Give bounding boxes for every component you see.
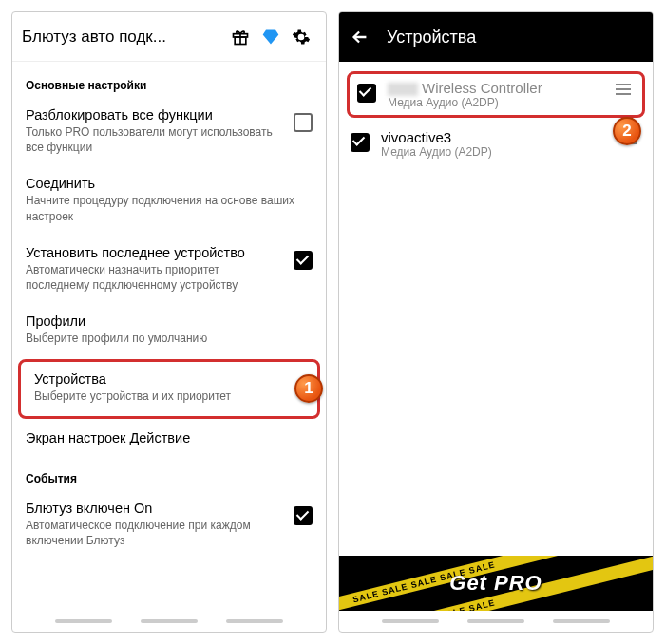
setting-screen-action[interactable]: Экран настроек Действие bbox=[12, 421, 326, 459]
right-phone: Устройства Wireless Controller Медиа Ауд… bbox=[338, 11, 654, 633]
nav-bar bbox=[12, 611, 326, 632]
section-main: Основные настройки bbox=[12, 66, 326, 98]
nav-bar bbox=[339, 611, 653, 632]
page-title: Устройства bbox=[387, 28, 476, 47]
callout-badge-1: 1 bbox=[294, 374, 323, 403]
blurred-text bbox=[388, 83, 418, 96]
checkbox-bt-on[interactable] bbox=[294, 506, 313, 525]
device-sub: Медиа Аудио (A2DP) bbox=[381, 145, 611, 159]
left-phone: Блютуз авто подк... Основные настройки Р… bbox=[11, 11, 327, 633]
setting-title: Соединить bbox=[26, 176, 313, 191]
setting-sub: Выберите устройства и их приоритет bbox=[34, 388, 304, 404]
device-list[interactable]: Wireless Controller Медиа Аудио (A2DP) 2… bbox=[339, 62, 653, 556]
device-name: Wireless Controller bbox=[388, 80, 604, 96]
setting-devices[interactable]: Устройства Выберите устройства и их прио… bbox=[18, 359, 320, 418]
device-row-0[interactable]: Wireless Controller Медиа Аудио (A2DP) bbox=[347, 71, 645, 118]
setting-last-device[interactable]: Установить последнее устройство Автомати… bbox=[12, 236, 326, 304]
callout-badge-2: 2 bbox=[613, 117, 641, 145]
checkbox-device-1[interactable] bbox=[351, 133, 370, 152]
setting-sub: Автоматически назначить приоритет послед… bbox=[26, 262, 284, 293]
setting-title: Экран настроек Действие bbox=[26, 430, 313, 445]
diamond-icon[interactable] bbox=[256, 22, 286, 52]
device-row-1[interactable]: vivoactive3 Медиа Аудио (A2DP) bbox=[339, 122, 653, 166]
drag-handle-icon[interactable] bbox=[616, 84, 635, 103]
section-events: События bbox=[12, 459, 326, 491]
gift-icon[interactable] bbox=[225, 22, 256, 52]
checkbox-unlock[interactable] bbox=[294, 113, 313, 132]
device-sub: Медиа Аудио (A2DP) bbox=[388, 96, 604, 109]
setting-title: Устройства bbox=[34, 371, 304, 387]
setting-sub: Автоматическое подключение при каждом вк… bbox=[26, 518, 284, 548]
setting-unlock[interactable]: Разблокировать все функции Только PRO по… bbox=[12, 98, 326, 166]
setting-profiles[interactable]: Профили Выберите профили по умолчанию bbox=[12, 304, 326, 357]
setting-sub: Только PRO пользователи могут использова… bbox=[26, 124, 284, 155]
setting-title: Разблокировать все функции bbox=[26, 107, 284, 123]
setting-title: Профили bbox=[26, 313, 313, 329]
setting-sub: Выберите профили по умолчанию bbox=[26, 331, 313, 346]
setting-connect[interactable]: Соединить Начните процедуру подключения … bbox=[12, 166, 326, 235]
checkbox-device-0[interactable] bbox=[357, 84, 376, 103]
checkbox-last-device[interactable] bbox=[294, 251, 313, 270]
app-title: Блютуз авто подк... bbox=[22, 28, 225, 47]
settings-list[interactable]: Основные настройки Разблокировать все фу… bbox=[12, 62, 326, 611]
back-icon[interactable] bbox=[345, 22, 375, 52]
appbar: Блютуз авто подк... bbox=[12, 12, 326, 62]
promo-banner[interactable]: Get PRO bbox=[339, 556, 653, 611]
setting-sub: Начните процедуру подключения на основе … bbox=[26, 193, 313, 223]
device-name: vivoactive3 bbox=[381, 129, 611, 145]
setting-title: Установить последнее устройство bbox=[26, 245, 284, 260]
setting-bt-on[interactable]: Блютуз включен On Автоматическое подключ… bbox=[12, 491, 326, 559]
promo-text: Get PRO bbox=[449, 571, 542, 596]
gear-icon[interactable] bbox=[286, 22, 316, 52]
appbar: Устройства bbox=[339, 12, 653, 62]
setting-title: Блютуз включен On bbox=[26, 501, 284, 516]
